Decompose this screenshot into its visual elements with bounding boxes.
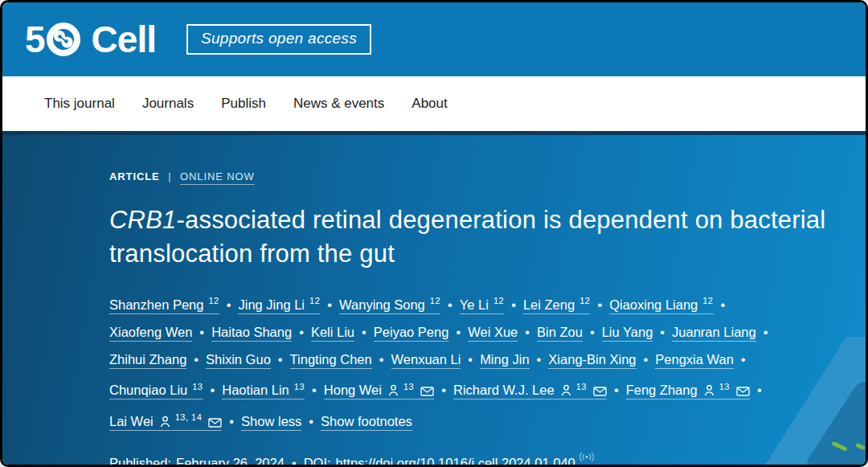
bullet-separator: • [448,297,452,312]
published-label: Published: [109,456,171,467]
author-link[interactable]: Lai Wei13, 14 [109,414,222,431]
affiliation-superscript[interactable]: 13 [403,382,414,391]
article-type-label: ARTICLE [109,170,160,182]
author-link[interactable]: Haotian Lin13 [222,383,305,399]
bullet-separator: • [312,383,317,397]
author-link[interactable]: Wanying Song12 [339,297,440,314]
bullet-separator: • [757,383,762,397]
open-access-badge: Supports open access [186,24,371,55]
bullet-separator: • [309,414,313,428]
author-link[interactable]: Zhihui Zhang [109,352,186,369]
author-link[interactable]: Haitao Shang [211,325,292,342]
bullet-separator: • [229,414,234,428]
author-name: Tingting Chen [290,352,372,367]
cell-50th-logo[interactable]: 5 Cell [25,18,156,61]
affiliation-superscript[interactable]: 12 [309,296,320,305]
bullet-separator: • [525,325,530,339]
author-link[interactable]: Wenxuan Li [391,352,461,369]
nav-item-journals[interactable]: Journals [142,96,194,112]
author-name: Zhihui Zhang [109,352,186,367]
bullet-separator: • [590,325,595,339]
affiliation-superscript[interactable]: 12 [493,296,504,305]
bullet-separator: • [327,297,332,312]
author-name: Feng Zhang [626,383,698,397]
author-link[interactable]: Lei Zeng12 [523,297,590,314]
doi-link[interactable]: https://doi.org/10.1016/j.cell.2024.01.0… [336,456,575,467]
online-now-link[interactable]: ONLINE NOW [180,170,255,185]
author-link[interactable]: Qiaoxing Liang12 [609,297,713,314]
author-link[interactable]: Juanran Liang [672,325,756,342]
author-name: Xiang-Bin Xing [548,352,636,367]
author-link[interactable]: Hong Wei13 [324,383,434,399]
author-link[interactable]: Wei Xue [468,325,518,342]
author-link[interactable]: Feng Zhang13 [626,383,750,399]
author-name: Wei Xue [468,325,518,339]
browser-page: 5 Cell Supports open access This journal… [0,0,868,467]
author-link[interactable]: Liu Yang [602,325,653,342]
author-link[interactable]: Pengxia Wan [655,352,734,369]
bullet-separator: • [511,297,516,312]
author-name: Ming Jin [480,352,529,367]
person-icon[interactable] [704,384,714,396]
bullet-separator: • [597,297,602,312]
bullet-separator: • [362,325,366,339]
published-date: February 26, 2024 [176,456,285,467]
affiliation-superscript[interactable]: 12 [579,296,590,305]
author-link[interactable]: Ming Jin [480,352,529,369]
author-row: Chunqiao Liu13•Haotian Lin13•Hong Wei13•… [109,373,833,404]
article-title-rest: -associated retinal degeneration is depe… [109,206,825,268]
show-less-link[interactable]: Show less [241,414,301,431]
affiliation-superscript[interactable]: 12 [702,296,713,305]
author-link[interactable]: Shixin Guo [206,352,271,369]
email-icon[interactable] [208,418,222,428]
bullet-separator: • [227,297,231,312]
bullet-separator: • [199,325,204,339]
cell-division-zero-icon [45,21,82,58]
author-link[interactable]: Keli Liu [311,325,354,342]
affiliation-superscript[interactable]: 13, 14 [175,412,203,422]
author-name: Liu Yang [602,325,653,339]
author-link[interactable]: Tingting Chen [290,352,372,369]
author-link[interactable]: Xiang-Bin Xing [548,352,636,369]
nav-item-news-events[interactable]: News & events [293,96,384,112]
person-icon[interactable] [160,416,170,428]
bullet-separator: • [614,383,619,397]
article-kicker: ARTICLE | ONLINE NOW [109,170,833,182]
logo-digit-5: 5 [25,18,45,61]
affiliation-superscript[interactable]: 12 [208,296,219,305]
nav-item-about[interactable]: About [411,96,447,112]
bullet-separator: • [278,352,283,367]
author-link[interactable]: Ye Li12 [460,297,504,314]
author-link[interactable]: Jing Jing Li12 [238,297,320,314]
email-icon[interactable] [593,387,607,396]
bullet-separator: • [644,352,649,367]
nav-item-publish[interactable]: Publish [221,96,266,112]
author-link[interactable]: Peiyao Peng [374,325,449,342]
author-link[interactable]: Richard W.J. Lee13 [453,383,607,399]
author-link[interactable]: Chunqiao Liu13 [109,383,203,399]
site-header: 5 Cell Supports open access [2,2,866,76]
nav-item-this-journal[interactable]: This journal [44,96,115,112]
author-link[interactable]: Shanzhen Peng12 [109,297,219,314]
affiliation-superscript[interactable]: 13 [294,382,305,391]
author-name: Xiaofeng Wen [109,325,192,339]
published-line: Published:February 26, 2024•DOI:https://… [109,452,833,467]
author-list: Shanzhen Peng12•Jing Jing Li12•Wanying S… [109,287,833,435]
author-name: Haitao Shang [211,325,292,339]
email-icon[interactable] [420,387,434,396]
bullet-separator: • [537,352,542,367]
altmetric-broadcast-icon[interactable] [579,452,595,462]
bullet-separator: • [660,325,665,339]
author-link[interactable]: Xiaofeng Wen [109,325,192,342]
show-footnotes-link[interactable]: Show footnotes [321,414,412,431]
affiliation-superscript[interactable]: 13 [576,382,587,391]
author-name: Keli Liu [311,325,354,339]
affiliation-superscript[interactable]: 13 [192,382,203,391]
person-icon[interactable] [388,384,399,396]
author-name: Wanying Song [339,297,425,312]
author-link[interactable]: Bin Zou [537,325,583,342]
affiliation-superscript[interactable]: 13 [719,382,730,391]
affiliation-superscript[interactable]: 12 [430,296,440,305]
email-icon[interactable] [736,387,750,396]
person-icon[interactable] [561,384,571,396]
